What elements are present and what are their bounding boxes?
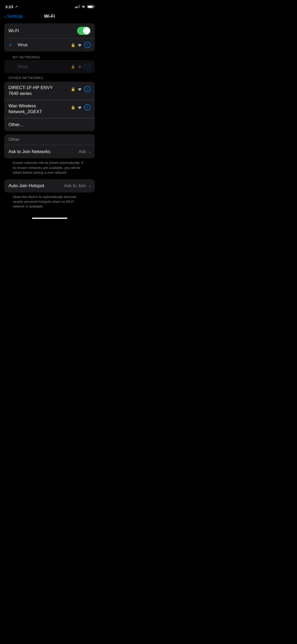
battery-icon [87,5,94,8]
direct-info-button[interactable]: i [84,86,91,92]
ask-to-join-chevron: › [89,150,91,154]
direct-lock-icon: 🔒 [71,87,75,91]
connected-network-row[interactable]: ✓ Virus 🔒 i [4,38,95,52]
ask-to-join-row[interactable]: Ask to Join Networks Ask › [4,145,95,158]
connected-network-name: Virus [17,42,27,48]
network-row-direct[interactable]: DIRECT-1F-HP ENVY7640 series 🔒 i [4,82,95,100]
status-bar: 3:23 ↗ [0,0,99,12]
page-title: Wi-Fi [44,14,55,19]
other-ghost-card: Other Ask to Join Networks Ask › [4,134,95,158]
network-name-wan: Wan WirelessNetwork_2GEXT [8,103,44,114]
wan-lock-icon: 🔒 [71,105,75,109]
my-networks-ghost-name: Virus [17,64,27,69]
auto-join-label: Auto-Join Hotspot [8,183,44,188]
auto-join-card: Auto-Join Hotspot Ask to Join › [4,179,95,192]
connected-network-left: ✓ Virus [8,42,71,48]
auto-join-description: Allow this device to automatically disco… [4,192,95,213]
direct-wifi-icon [77,87,82,91]
other-networks-section-header: OTHER NETWORKS [4,74,95,82]
wifi-toggle-label: Wi-Fi [8,28,19,34]
wan-info-button[interactable]: i [84,104,91,111]
home-bar [32,218,67,219]
auto-join-chevron: › [89,183,91,188]
connected-network-right: 🔒 i [71,42,91,48]
lock-icon: 🔒 [71,43,75,47]
ask-to-join-value: Ask [79,149,86,154]
my-networks-label: MY NETWORKS [8,55,44,59]
ask-to-join-label: Ask to Join Networks [8,149,50,154]
back-button[interactable]: ‹ Settings [4,14,23,19]
home-indicator [0,215,99,220]
location-icon: ↗ [15,5,18,9]
ghost-wifi-icon [77,65,82,68]
status-icons [75,5,94,8]
other-networks-card: DIRECT-1F-HP ENVY7640 series 🔒 i Wan Wir… [4,82,95,131]
network-other-label: Other... [8,122,23,127]
my-networks-ghost-card: Virus 🔒 i [4,60,95,73]
back-label: Settings [7,14,23,19]
my-networks-ghost-row: Virus 🔒 i [4,60,95,73]
status-time: 3:23 [5,4,13,9]
wifi-status-icon [81,5,86,8]
my-networks-section: MY NETWORKS [4,55,95,60]
wifi-toggle-row: Wi-Fi [4,23,95,38]
back-chevron-icon: ‹ [4,14,6,19]
connected-network-info-button[interactable]: i [84,42,91,48]
ask-to-join-description: Known networks will be joined automatica… [4,158,95,179]
other-networks-label: OTHER NETWORKS [8,76,43,80]
wan-wifi-icon [77,105,82,109]
auto-join-row[interactable]: Auto-Join Hotspot Ask to Join › [4,179,95,192]
auto-join-value: Ask to Join [64,183,86,188]
ghost-info-button[interactable]: i [84,63,91,70]
wifi-signal-icon [77,43,82,47]
checkmark-icon: ✓ [8,42,15,48]
nav-bar: ‹ Settings Wi-Fi [0,12,99,23]
network-row-wan[interactable]: Wan WirelessNetwork_2GEXT 🔒 i [4,100,95,118]
network-row-other[interactable]: Other... [4,118,95,131]
ghost-lock-icon: 🔒 [71,65,75,69]
other-ghost-text: Other [8,137,91,145]
toggle-knob [83,27,90,34]
signal-bars-icon [75,5,80,8]
content: Wi-Fi ✓ Virus 🔒 i MY NETWORKS [0,23,99,213]
wifi-toggle[interactable] [77,27,91,35]
network-name-direct: DIRECT-1F-HP ENVY7640 series [8,85,53,96]
wifi-toggle-card: Wi-Fi ✓ Virus 🔒 i [4,23,95,52]
